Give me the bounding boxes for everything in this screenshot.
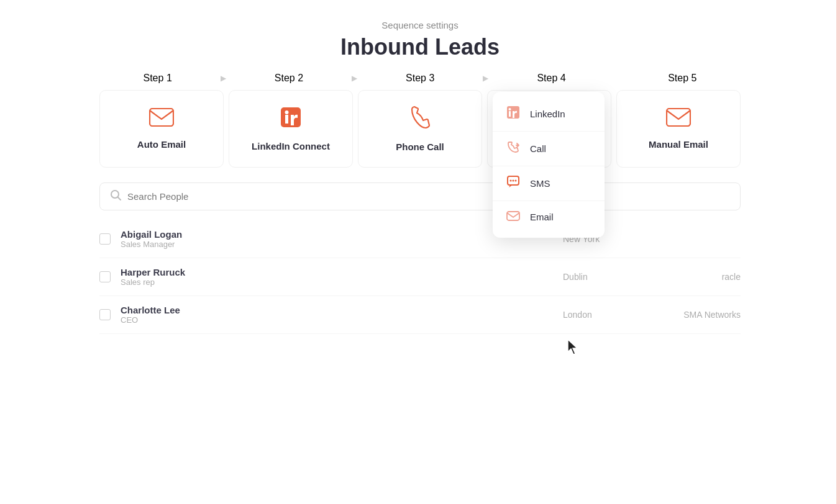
dropdown-item-sms[interactable]: SMS	[493, 166, 605, 201]
person-location-harper: Dublin	[563, 272, 637, 282]
svg-rect-8	[667, 109, 690, 126]
arrow-3: ▶	[483, 74, 488, 83]
person-row: Harper Ruruck Sales rep Dublin racle	[99, 258, 741, 296]
sequence-settings-label: Sequence settings	[0, 20, 840, 30]
dropdown-item-email[interactable]: Email	[493, 201, 605, 233]
email-dropdown-icon	[505, 210, 521, 224]
person-role-charlotte: CEO	[121, 315, 553, 325]
people-list: Abigail Logan Sales Manager New York Har…	[0, 220, 840, 334]
svg-rect-19	[507, 212, 519, 220]
dropdown-call-label: Call	[530, 143, 546, 154]
svg-marker-20	[568, 340, 577, 354]
step-card-manual-email[interactable]: Manual Email	[616, 90, 741, 168]
svg-point-13	[509, 108, 511, 110]
person-checkbox-harper[interactable]	[99, 271, 111, 282]
search-row	[0, 182, 840, 210]
step-card-linkedin-connect[interactable]: LinkedIn Connect	[229, 90, 353, 168]
svg-point-17	[515, 180, 517, 182]
cards-row: Auto Email LinkedIn Connect Phone Call	[0, 90, 840, 168]
right-edge-decoration	[836, 0, 840, 504]
step-4-label: Step 4	[493, 73, 609, 84]
person-role-abigail: Sales Manager	[121, 240, 553, 249]
dropdown-email-label: Email	[530, 212, 554, 222]
person-info-abigail: Abigail Logan Sales Manager	[121, 229, 553, 249]
person-info-charlotte: Charlotte Lee CEO	[121, 305, 553, 325]
svg-point-9	[111, 191, 119, 198]
sms-dropdown-icon	[505, 175, 521, 192]
person-role-harper: Sales rep	[121, 277, 553, 287]
svg-point-15	[510, 180, 512, 182]
search-input[interactable]	[127, 191, 730, 202]
dropdown-item-linkedin[interactable]: LinkedIn	[493, 97, 605, 132]
svg-rect-0	[150, 109, 173, 126]
step-card-auto-email[interactable]: Auto Email	[99, 90, 224, 168]
svg-rect-12	[509, 111, 511, 117]
step-3-label: Step 3	[362, 73, 478, 84]
person-name-abigail: Abigail Logan	[121, 229, 553, 240]
svg-rect-2	[285, 115, 288, 124]
dropdown-item-call[interactable]: Call	[493, 132, 605, 166]
step-5-label: Step 5	[624, 73, 741, 84]
call-dropdown-icon	[505, 140, 521, 157]
manual-email-label: Manual Email	[649, 139, 708, 150]
email-icon	[149, 108, 174, 132]
person-company-charlotte: SMA Networks	[647, 310, 741, 320]
arrow-2: ▶	[352, 74, 357, 83]
linkedin-connect-label: LinkedIn Connect	[252, 141, 330, 151]
person-row: Abigail Logan Sales Manager New York	[99, 220, 741, 258]
person-info-harper: Harper Ruruck Sales rep	[121, 267, 553, 287]
page-header: Sequence settings Inbound Leads	[0, 0, 840, 73]
mouse-cursor	[567, 338, 580, 356]
svg-line-10	[118, 197, 121, 200]
step-card-phone-call[interactable]: Phone Call	[358, 90, 482, 168]
person-location-charlotte: London	[563, 310, 637, 320]
page-title: Inbound Leads	[0, 34, 840, 60]
phone-call-label: Phone Call	[396, 142, 444, 152]
step-2-label: Step 2	[231, 73, 347, 84]
steps-labels-row: Step 1 ▶ Step 2 ▶ Step 3 ▶ Step 4 Step 5	[0, 73, 840, 84]
linkedin-icon	[280, 106, 302, 133]
step-1-label: Step 1	[99, 73, 216, 84]
search-icon	[110, 189, 121, 204]
person-name-harper: Harper Ruruck	[121, 267, 553, 277]
dropdown-menu: LinkedIn Call SMS	[493, 92, 605, 238]
person-name-charlotte: Charlotte Lee	[121, 305, 553, 315]
svg-point-16	[513, 180, 514, 182]
person-company-harper: racle	[647, 272, 741, 282]
phone-icon	[409, 106, 431, 134]
person-checkbox-abigail[interactable]	[99, 233, 111, 245]
manual-email-icon	[666, 108, 691, 132]
linkedin-dropdown-icon	[505, 106, 521, 122]
dropdown-sms-label: SMS	[530, 178, 550, 189]
arrow-1: ▶	[221, 74, 226, 83]
person-row: Charlotte Lee CEO London SMA Networks	[99, 296, 741, 334]
person-checkbox-charlotte[interactable]	[99, 309, 111, 320]
dropdown-linkedin-label: LinkedIn	[530, 109, 565, 119]
auto-email-label: Auto Email	[137, 139, 186, 150]
svg-point-3	[285, 110, 289, 114]
search-bar[interactable]	[99, 182, 741, 210]
